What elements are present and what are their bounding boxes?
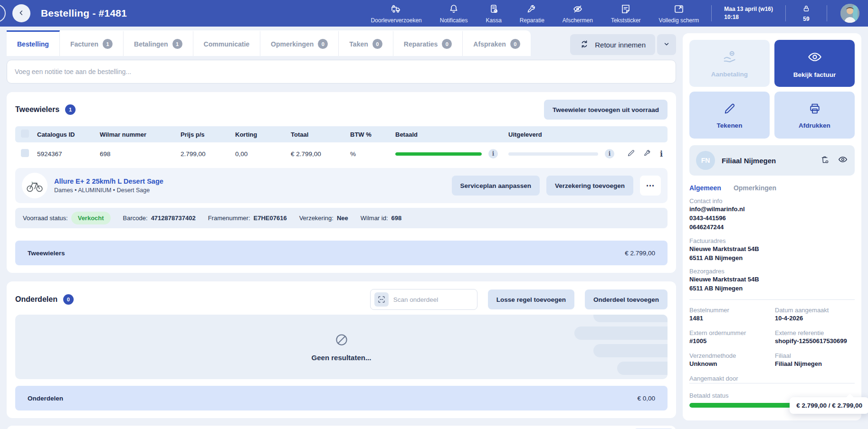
top-navigation: Doorleververzoeken Notificaties Kassa Re… (371, 3, 711, 24)
detail-verzekering: Verzekering: Nee (299, 214, 348, 222)
tile-label: Bekijk factuur (793, 71, 836, 78)
onderdeel-toevoegen-button[interactable]: Onderdeel toevoegen (585, 289, 668, 309)
address-line: Nieuwe Marktstraat 54B (689, 245, 855, 253)
nav-notificaties[interactable]: Notificaties (440, 3, 468, 24)
bekijk-factuur-button[interactable]: Bekijk factuur (774, 40, 855, 87)
section-title: Tweewielers (15, 105, 59, 114)
column-header: Totaal (291, 131, 350, 138)
block-label: Factuuradres (689, 237, 855, 244)
nav-volledig-scherm[interactable]: Volledig scherm (659, 3, 699, 24)
nav-label: Reparatie (520, 17, 544, 24)
tab-algemeen[interactable]: Algemeen (689, 184, 721, 192)
uitgeleverd-progress: i (508, 149, 625, 159)
tab-label: Betalingen (134, 40, 168, 48)
tab-label: Communicatie (204, 40, 249, 48)
tab-badge: 0 (442, 39, 452, 49)
product-text: Allure E+ 2 25km/h L Desert Sage Dames •… (54, 177, 163, 194)
column-header: Betaald (395, 131, 508, 138)
back-button[interactable] (12, 4, 30, 22)
select-all-checkbox[interactable] (21, 130, 29, 138)
detail-label: Voorraad status: (23, 214, 68, 222)
product-link[interactable]: Allure E+ 2 25km/h L Desert Sage (54, 177, 163, 185)
nav-doorleververzoeken[interactable]: Doorleververzoeken (371, 3, 421, 24)
column-header: Prijs p/s (181, 131, 235, 138)
serviceplan-button[interactable]: Serviceplan aanpassen (452, 176, 540, 196)
nav-label: Doorleververzoeken (371, 17, 421, 24)
lock-counter[interactable]: 59 (786, 4, 827, 22)
field-filiaal: Filiaal Filiaal Nijmegen (775, 346, 855, 368)
field-value: Filiaal Nijmegen (775, 360, 855, 368)
tab-label: Reparaties (404, 40, 438, 48)
cell-wilmar-nummer: 698 (100, 150, 181, 158)
detail-label: Framenummer: (208, 214, 250, 222)
tab-reparaties[interactable]: Reparaties0 (393, 30, 463, 56)
scan-onderdeel-input[interactable] (393, 296, 473, 303)
nav-reparatie[interactable]: Reparatie (520, 3, 544, 24)
betaald-info-icon[interactable]: i (488, 149, 498, 159)
tab-facturen[interactable]: Facturen1 (60, 30, 124, 56)
add-tweewieler-button[interactable]: Tweewieler toevoegen uit voorraad (544, 100, 668, 120)
tab-opmerkingen[interactable]: Opmerkingen0 (260, 30, 339, 56)
verzekering-button[interactable]: Verzekering toevoegen (546, 176, 633, 196)
product-more-button[interactable]: ⋯ (640, 176, 661, 196)
tab-opmerkingen[interactable]: Opmerkingen (734, 184, 776, 192)
pencil-icon (723, 102, 737, 117)
tabs-row: Bestelling Facturen1 Betalingen1 Communi… (7, 30, 676, 56)
user-avatar[interactable] (840, 4, 859, 23)
tab-afspraken[interactable]: Afspraken0 (463, 30, 530, 56)
tab-taken[interactable]: Taken0 (339, 30, 393, 56)
tab-communicatie[interactable]: Communicatie (193, 30, 260, 56)
repair-wrench-icon[interactable] (643, 149, 652, 159)
detail-value: E7HE07616 (254, 214, 287, 222)
tab-badge: 1 (172, 39, 182, 49)
factuuradres-block: Factuuradres Nieuwe Marktstraat 54B 6511… (689, 232, 855, 262)
retour-innemen-button[interactable]: Retour innemen (570, 34, 655, 55)
column-header: Korting (235, 131, 291, 138)
uitgeleverd-info-icon[interactable]: i (605, 149, 614, 159)
nav-kassa[interactable]: Kassa (486, 3, 501, 24)
losse-regel-button[interactable]: Losse regel toevoegen (488, 289, 574, 309)
tweewielers-header: Tweewielers 1 Tweewieler toevoegen uit v… (15, 100, 668, 120)
edit-icon[interactable] (627, 149, 636, 159)
row-info-icon[interactable]: i (660, 149, 663, 159)
remove-customer-icon[interactable] (820, 155, 830, 167)
row-checkbox[interactable] (21, 149, 29, 157)
tekenen-button[interactable]: Tekenen (689, 92, 770, 139)
detail-label: Verzekering: (299, 214, 334, 222)
customer-card[interactable]: FN Filiaal Nijmegen (689, 145, 855, 176)
order-note-input[interactable] (15, 68, 668, 75)
block-label: Contact info (689, 197, 855, 205)
nav-afschermen[interactable]: Afschermen (563, 3, 593, 24)
retour-dropdown-button[interactable] (657, 34, 676, 55)
content: Bestelling Facturen1 Betalingen1 Communi… (0, 27, 868, 429)
tab-betalingen[interactable]: Betalingen1 (124, 30, 193, 56)
status-badge: Verkocht (71, 212, 111, 224)
cash-register-icon (488, 3, 499, 15)
tab-label: Taken (349, 40, 368, 48)
afdrukken-button[interactable]: Afdrukken (774, 92, 855, 139)
cell-prijs: 2.799,00 (181, 150, 235, 158)
retour-group: Retour innemen (570, 30, 676, 56)
nav-label: Kassa (486, 17, 501, 24)
eye-off-icon (572, 3, 583, 15)
menu-handle[interactable] (0, 4, 6, 22)
address-line: 6511 AB Nijmegen (689, 285, 855, 293)
column-header: BTW % (350, 131, 395, 138)
field-label: Datum aangemaakt (775, 307, 855, 314)
tab-bar: Bestelling Facturen1 Betalingen1 Communi… (7, 30, 531, 56)
order-fields: Bestelnummer 1481 Datum aangemaakt 10-4-… (689, 301, 855, 383)
product-details: Voorraad status: Verkocht Barcode: 47128… (15, 208, 668, 228)
summary-label: Tweewielers (28, 250, 65, 257)
tab-bestelling[interactable]: Bestelling (7, 30, 60, 56)
onderdelen-summary: Onderdelen € 0,00 (15, 386, 668, 410)
tab-badge: 0 (372, 39, 382, 49)
decorative-pills (574, 315, 668, 375)
view-customer-icon[interactable] (838, 154, 848, 167)
nav-tekststicker[interactable]: Tekststicker (611, 3, 641, 24)
nav-label: Tekststicker (611, 17, 641, 24)
detail-framenummer: Framenummer: E7HE07616 (208, 214, 287, 222)
tab-badge: 0 (318, 39, 328, 49)
field-extern-ordernummer: Extern ordernummer #1005 (689, 324, 769, 345)
field-value: #1005 (689, 337, 769, 345)
table-row: 5924367 698 2.799,00 0,00 € 2.799,00 % i… (15, 142, 668, 165)
